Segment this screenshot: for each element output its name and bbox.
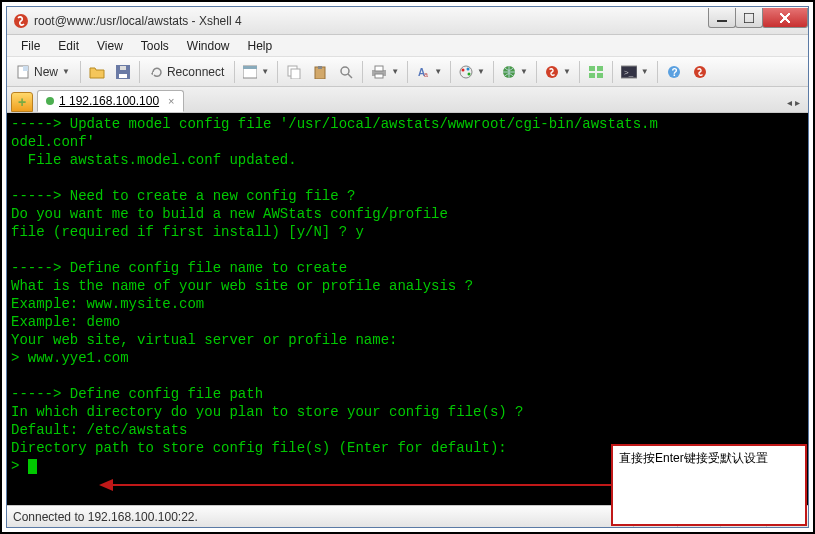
svg-text:>_: >_ <box>624 68 634 77</box>
menu-window[interactable]: Window <box>179 37 238 55</box>
font-button[interactable]: Aa▼ <box>412 60 446 84</box>
disk-icon <box>116 65 130 79</box>
grid-icon <box>588 65 604 79</box>
menu-edit[interactable]: Edit <box>50 37 87 55</box>
annotation-arrowhead <box>99 479 113 491</box>
add-tab-button[interactable]: + <box>11 92 33 112</box>
tab-close-button[interactable]: × <box>168 95 174 107</box>
help-icon: ? <box>667 65 681 79</box>
open-button[interactable] <box>85 60 109 84</box>
save-button[interactable] <box>111 60 135 84</box>
window-buttons <box>709 8 808 28</box>
session-tab[interactable]: 1 192.168.100.100 × <box>37 90 184 112</box>
annotation-text: 直接按Enter键接受默认设置 <box>619 451 768 465</box>
new-label: New <box>34 65 58 79</box>
tab-label: 1 192.168.100.100 <box>59 94 159 108</box>
svg-rect-4 <box>23 66 28 71</box>
status-dot-icon <box>46 97 54 105</box>
status-connection: Connected to 192.168.100.100:22. <box>13 510 198 524</box>
paste-button[interactable] <box>308 60 332 84</box>
svg-point-23 <box>467 67 470 70</box>
svg-rect-6 <box>119 74 127 78</box>
svg-rect-7 <box>120 66 126 70</box>
layout-button[interactable] <box>584 60 608 84</box>
close-button[interactable] <box>762 8 808 28</box>
print-button[interactable]: ▼ <box>367 60 403 84</box>
svg-rect-11 <box>291 69 300 79</box>
printer-icon <box>371 65 387 79</box>
reconnect-icon <box>150 65 164 79</box>
svg-rect-29 <box>589 73 595 78</box>
script-button[interactable]: ▼ <box>498 60 532 84</box>
xshell-button[interactable]: ▼ <box>541 60 575 84</box>
svg-point-22 <box>462 68 465 71</box>
svg-line-15 <box>348 74 352 78</box>
window-icon <box>243 65 257 79</box>
find-button[interactable] <box>334 60 358 84</box>
annotation-arrow <box>111 484 611 486</box>
xshell-icon <box>545 65 559 79</box>
new-icon <box>17 65 31 79</box>
menu-file[interactable]: File <box>13 37 48 55</box>
reconnect-button[interactable]: Reconnect <box>144 60 230 84</box>
copy-button[interactable] <box>282 60 306 84</box>
svg-text:a: a <box>424 71 428 78</box>
menu-tools[interactable]: Tools <box>133 37 177 55</box>
about-button[interactable] <box>688 60 712 84</box>
properties-button[interactable]: ▼ <box>239 60 273 84</box>
copy-icon <box>287 65 301 79</box>
svg-rect-27 <box>589 66 595 71</box>
svg-point-24 <box>468 72 471 75</box>
menu-help[interactable]: Help <box>240 37 281 55</box>
reconnect-label: Reconnect <box>167 65 224 79</box>
svg-rect-2 <box>744 13 754 23</box>
tab-overflow-button[interactable]: ◂ ▸ <box>783 93 804 112</box>
terminal-output: -----> Update model config file '/usr/lo… <box>11 116 658 474</box>
window-title: root@www:/usr/local/awstats - Xshell 4 <box>34 14 709 28</box>
svg-point-21 <box>460 66 472 78</box>
menubar: File Edit View Tools Window Help <box>7 35 808 57</box>
annotation-callout: 直接按Enter键接受默认设置 <box>611 444 807 526</box>
svg-rect-17 <box>375 66 383 71</box>
svg-rect-9 <box>243 66 257 69</box>
svg-text:?: ? <box>671 67 677 78</box>
minimize-button[interactable] <box>708 8 736 28</box>
search-icon <box>339 65 353 79</box>
folder-icon <box>89 65 105 79</box>
cursor <box>28 459 37 474</box>
svg-rect-28 <box>597 66 603 71</box>
svg-rect-13 <box>318 66 322 69</box>
color-button[interactable]: ▼ <box>455 60 489 84</box>
xshell-small-icon <box>693 65 707 79</box>
app-icon <box>13 13 29 29</box>
globe-icon <box>502 65 516 79</box>
menu-view[interactable]: View <box>89 37 131 55</box>
tabbar: + 1 192.168.100.100 × ◂ ▸ <box>7 87 808 113</box>
svg-point-14 <box>341 67 349 75</box>
paste-icon <box>313 65 327 79</box>
svg-rect-30 <box>597 73 603 78</box>
maximize-button[interactable] <box>735 8 763 28</box>
palette-icon <box>459 65 473 79</box>
terminal-button[interactable]: >_▼ <box>617 60 653 84</box>
svg-rect-18 <box>375 74 383 78</box>
titlebar: root@www:/usr/local/awstats - Xshell 4 <box>7 7 808 35</box>
svg-rect-1 <box>717 20 727 22</box>
terminal-icon: >_ <box>621 65 637 79</box>
new-button[interactable]: New ▼ <box>11 60 76 84</box>
toolbar: New ▼ Reconnect ▼ ▼ Aa▼ ▼ ▼ ▼ >_▼ ? <box>7 57 808 87</box>
font-icon: Aa <box>416 65 430 79</box>
help-button[interactable]: ? <box>662 60 686 84</box>
